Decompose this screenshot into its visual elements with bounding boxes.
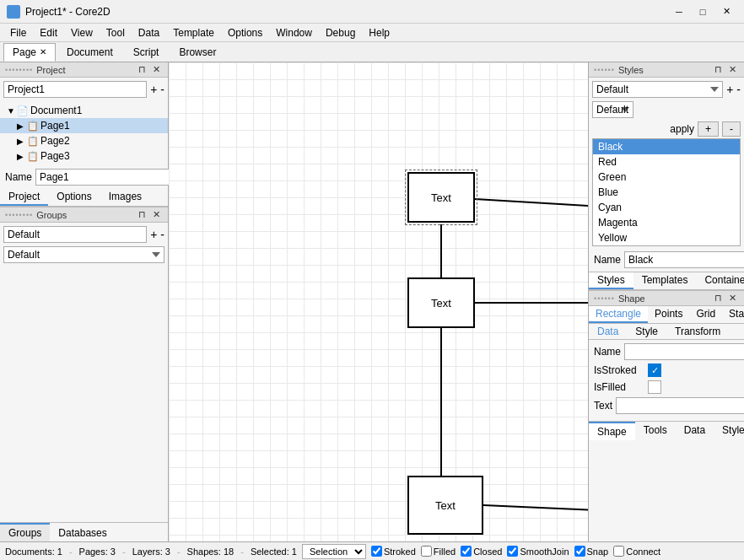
status-snap-checkbox[interactable] [574, 546, 585, 557]
shape-rect-3[interactable]: Text [407, 476, 483, 535]
shape-subtab-grid[interactable]: Grid [689, 306, 722, 323]
style-item-green[interactable]: Green [593, 170, 740, 185]
prop-name-input[interactable] [624, 343, 744, 360]
canvas-grid[interactable]: Text Text Text Text Text [169, 62, 588, 541]
prop-isstroked-checkbox[interactable] [648, 363, 661, 377]
right-tab-styles[interactable]: Styles [589, 272, 633, 289]
groups-remove-btn[interactable]: - [160, 228, 164, 241]
bottom-tab-databases[interactable]: Databases [50, 523, 115, 541]
apply-remove-button[interactable]: - [722, 121, 741, 137]
shape-subtab-rectangle[interactable]: Rectangle [589, 306, 648, 323]
tab-project[interactable]: Project [0, 189, 48, 206]
style-item-cyan[interactable]: Cyan [593, 200, 740, 215]
groups-pin-btn[interactable]: ⊓ [136, 209, 148, 220]
title-controls: ─ □ ✕ [668, 3, 737, 20]
close-button[interactable]: ✕ [715, 3, 737, 20]
groups-name-input[interactable] [3, 226, 147, 243]
page-name-input[interactable] [35, 169, 170, 186]
shape-rect-2[interactable]: Text [407, 277, 475, 328]
tree-document1[interactable]: ▼ 📄 Document1 [0, 103, 168, 118]
groups-close-btn[interactable]: ✕ [150, 209, 163, 220]
shape-subtab-points[interactable]: Points [648, 306, 689, 323]
tree-label-page2: Page2 [40, 135, 70, 147]
status-filled-checkbox[interactable] [421, 546, 432, 557]
groups-toolbar-row1: + - [3, 226, 164, 243]
tree-page3[interactable]: ▶ 📋 Page3 [0, 148, 168, 164]
menu-options[interactable]: Options [221, 25, 269, 40]
status-smoothjoin-checkbox[interactable] [507, 546, 518, 557]
menu-bar: File Edit View Tool Data Template Option… [0, 24, 744, 42]
apply-button[interactable]: + [698, 121, 719, 137]
menu-window[interactable]: Window [269, 25, 319, 40]
tab-page[interactable]: Page ✕ [3, 43, 56, 62]
content-area: •••••••• Project ⊓ ✕ + - ▼ 📄 [0, 62, 744, 541]
groups-dropdown[interactable]: Default [3, 246, 164, 263]
maximize-button[interactable]: □ [692, 3, 714, 20]
prop-text-input[interactable] [616, 397, 744, 414]
project-pin-btn[interactable]: ⊓ [136, 64, 148, 75]
styles-dropdown1[interactable]: Default [592, 81, 723, 98]
menu-help[interactable]: Help [362, 25, 396, 40]
shape-datatab-transform[interactable]: Transform [666, 324, 729, 339]
shape-data-tabs: Data Style Transform [589, 324, 744, 340]
shape-rect-1[interactable]: Text [407, 172, 475, 223]
project-add-btn[interactable]: + [150, 83, 157, 96]
styles-add-btn[interactable]: + [726, 83, 733, 96]
style-item-black[interactable]: Black [593, 139, 740, 154]
groups-add-btn[interactable]: + [150, 228, 157, 241]
bottom-tab-groups[interactable]: Groups [0, 523, 50, 541]
menu-data[interactable]: Data [132, 25, 166, 40]
minimize-button[interactable]: ─ [668, 3, 690, 20]
shape-datatab-data[interactable]: Data [589, 324, 627, 339]
style-item-yellow[interactable]: Yellow [593, 230, 740, 245]
page-name-field: Name [0, 165, 168, 189]
project-name-input[interactable] [3, 81, 147, 98]
tree-label-page3: Page3 [40, 150, 70, 162]
menu-view[interactable]: View [64, 25, 100, 40]
tab-options[interactable]: Options [48, 189, 100, 206]
shape-bottom-tab-shape[interactable]: Shape [589, 422, 635, 440]
tab-page-close[interactable]: ✕ [40, 47, 46, 57]
styles-close-btn[interactable]: ✕ [726, 64, 739, 75]
canvas-connections [169, 62, 588, 541]
tree-page2[interactable]: ▶ 📋 Page2 [0, 133, 168, 148]
tab-images[interactable]: Images [100, 189, 150, 206]
shape-bottom-tab-data[interactable]: Data [676, 422, 714, 440]
shape-close-btn[interactable]: ✕ [726, 293, 739, 304]
project-header-btns: ⊓ ✕ [136, 64, 163, 75]
project-remove-btn[interactable]: - [160, 83, 164, 96]
right-tab-container[interactable]: Container [696, 272, 744, 289]
shape-pin-btn[interactable]: ⊓ [712, 293, 725, 304]
styles-remove-btn[interactable]: - [736, 83, 741, 96]
status-pages: Pages: 3 [79, 547, 116, 557]
status-stroked-checkbox[interactable] [371, 546, 382, 557]
styles-dropdown2[interactable]: Default [592, 101, 633, 118]
menu-tool[interactable]: Tool [100, 25, 132, 40]
styles-pin-btn[interactable]: ⊓ [712, 64, 725, 75]
status-selection-dropdown[interactable]: Selection [302, 544, 366, 559]
menu-template[interactable]: Template [166, 25, 221, 40]
tab-document[interactable]: Document [57, 43, 122, 62]
style-item-magenta[interactable]: Magenta [593, 215, 740, 230]
page-name-label: Name [5, 171, 32, 183]
style-item-red[interactable]: Red [593, 154, 740, 170]
prop-isfilled-checkbox[interactable] [648, 380, 661, 394]
left-panel: •••••••• Project ⊓ ✕ + - ▼ 📄 [0, 62, 169, 541]
tab-script[interactable]: Script [124, 43, 169, 62]
right-tab-templates[interactable]: Templates [633, 272, 697, 289]
shape-subtab-state[interactable]: State [722, 306, 744, 323]
status-closed-checkbox[interactable] [461, 546, 472, 557]
shape-datatab-style[interactable]: Style [627, 324, 666, 339]
canvas-area[interactable]: Text Text Text Text Text [169, 62, 588, 541]
tree-page1[interactable]: ▶ 📋 Page1 [0, 118, 168, 133]
tab-browser[interactable]: Browser [170, 43, 225, 62]
status-connect-checkbox[interactable] [613, 546, 624, 557]
shape-bottom-tab-style[interactable]: Style [714, 422, 744, 440]
menu-debug[interactable]: Debug [319, 25, 362, 40]
style-name-input[interactable] [624, 251, 744, 268]
project-close-btn[interactable]: ✕ [150, 64, 163, 75]
style-item-blue[interactable]: Blue [593, 185, 740, 200]
menu-file[interactable]: File [3, 25, 33, 40]
shape-bottom-tab-tools[interactable]: Tools [635, 422, 676, 440]
menu-edit[interactable]: Edit [33, 25, 64, 40]
